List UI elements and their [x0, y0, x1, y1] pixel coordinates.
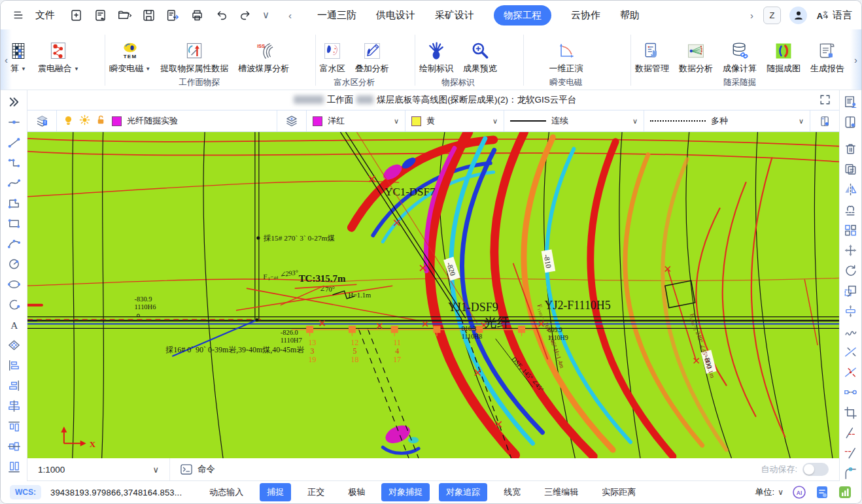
hatch-tool-icon[interactable]: [5, 337, 23, 353]
spline-tool-icon[interactable]: [5, 175, 23, 191]
distribute-top-icon[interactable]: [5, 418, 23, 434]
align-left-icon[interactable]: [5, 357, 23, 373]
circle-tool-icon[interactable]: [5, 256, 23, 272]
tab-yitongsanfang[interactable]: 一通三防: [317, 9, 356, 22]
stamp-icon[interactable]: [842, 201, 860, 218]
ribbon-item-data-manage[interactable]: 数据管理: [635, 37, 669, 75]
open-folder-icon[interactable]: [116, 7, 133, 24]
toggle-snap[interactable]: 捕捉: [260, 483, 291, 501]
layer-stack-button[interactable]: [277, 110, 307, 131]
fullscreen-icon[interactable]: [819, 93, 831, 108]
ribbon-item-result-preview[interactable]: 成果预览: [463, 37, 497, 75]
extend-icon[interactable]: [842, 445, 860, 461]
ribbon-item-compute[interactable]: 算▼: [9, 37, 28, 75]
notes-doc-icon[interactable]: [814, 485, 829, 500]
stroke-color-dropdown[interactable]: 洋红 ∨: [307, 110, 405, 131]
rotate-icon[interactable]: [842, 262, 860, 278]
ribbon-item-imaging-compute[interactable]: 成像计算: [723, 37, 757, 75]
ribbon-item-water-zone[interactable]: 富水区: [320, 37, 345, 75]
trim-icon[interactable]: [842, 424, 860, 441]
toggle-object-track[interactable]: 对象追踪: [439, 483, 487, 501]
fillet-icon[interactable]: [842, 465, 860, 481]
arc-tool-icon[interactable]: [5, 235, 23, 252]
tabs-scroll-left-icon[interactable]: ‹: [287, 10, 293, 21]
contour-map[interactable]: 13 3 19 12 5 18 11 4 17 -820: [27, 132, 839, 458]
current-layer-field[interactable]: 光纤随掘实验: [57, 110, 277, 131]
tab-yunxiezuo[interactable]: 云协作: [571, 9, 600, 22]
tab-gongdian[interactable]: 供电设计: [376, 9, 415, 22]
panel-settings-icon[interactable]: [842, 114, 860, 130]
export-icon[interactable]: [164, 7, 181, 24]
node-edit-icon[interactable]: [842, 384, 860, 400]
redo-icon[interactable]: [237, 7, 254, 24]
unlock-icon[interactable]: [95, 114, 107, 127]
ai-assistant-icon[interactable]: AI: [791, 485, 806, 500]
columns-icon[interactable]: [5, 458, 23, 475]
sun-icon[interactable]: [79, 114, 90, 127]
toggle-ortho[interactable]: 正交: [300, 483, 332, 501]
scale-icon[interactable]: [842, 282, 860, 299]
autosave-toggle[interactable]: [802, 463, 829, 476]
toolbar-more-icon[interactable]: ∨: [261, 9, 271, 21]
wcs-badge[interactable]: WCS:: [10, 485, 41, 499]
hamburger-menu-icon[interactable]: [10, 7, 27, 24]
ribbon-scroll-right-icon[interactable]: ›: [850, 29, 861, 90]
mirror-icon[interactable]: [842, 181, 860, 197]
stretch-icon[interactable]: [842, 303, 860, 319]
block-group-icon[interactable]: [842, 222, 860, 238]
toggle-object-snap[interactable]: 对象捕捉: [381, 483, 430, 501]
align-right-icon[interactable]: [5, 377, 23, 394]
new-file-icon[interactable]: [67, 7, 84, 24]
distribute-middle-icon[interactable]: [5, 438, 23, 454]
rectangle-tool-icon[interactable]: [5, 215, 23, 231]
break-point-icon[interactable]: [842, 363, 860, 380]
spring-icon[interactable]: [842, 323, 860, 339]
layer-manager-button[interactable]: [27, 110, 57, 131]
polyline-tool-icon[interactable]: [5, 154, 23, 171]
expand-tools-icon[interactable]: [5, 93, 23, 110]
bulb-icon[interactable]: [63, 114, 74, 127]
annotate-doc-icon[interactable]: [842, 93, 860, 110]
ribbon-item-overlay-analysis[interactable]: 叠加分析: [355, 37, 389, 75]
delete-icon[interactable]: [842, 141, 860, 157]
open-curve-tool-icon[interactable]: [5, 296, 23, 312]
toggle-real-distance[interactable]: 实际距离: [595, 483, 643, 501]
polygon-tool-icon[interactable]: [5, 195, 23, 211]
linetype-dropdown[interactable]: 连续 ∨: [504, 110, 644, 131]
layer-color-swatch[interactable]: [112, 116, 122, 126]
toggle-polar[interactable]: 极轴: [341, 483, 372, 501]
tab-help[interactable]: 帮助: [620, 9, 640, 22]
text-tool-icon[interactable]: A: [5, 316, 23, 333]
fill-color-dropdown[interactable]: 黄 ∨: [405, 110, 504, 131]
move-icon[interactable]: [842, 242, 860, 258]
user-avatar[interactable]: [789, 7, 807, 24]
align-center-icon[interactable]: [5, 397, 23, 414]
ribbon-item-tunneling-map[interactable]: 随掘成图: [767, 37, 801, 75]
save-icon[interactable]: [140, 7, 157, 24]
toggle-3d-edit[interactable]: 三维编辑: [537, 483, 585, 501]
ribbon-item-extract-attrs[interactable]: 提取物探属性数据: [160, 37, 228, 75]
scale-dropdown[interactable]: 1:1000 ∨: [27, 458, 170, 480]
map-canvas[interactable]: 13 3 19 12 5 18 11 4 17 -820: [27, 132, 839, 458]
crop-icon[interactable]: [842, 404, 860, 420]
ribbon-item-tem[interactable]: TEM 瞬变电磁▼: [109, 37, 150, 75]
file-menu[interactable]: 文件: [35, 9, 55, 22]
node-tool-icon[interactable]: [5, 114, 23, 130]
ribbon-item-report[interactable]: 生成报告: [810, 37, 844, 75]
undo-icon[interactable]: [213, 7, 230, 24]
stats-chart-icon[interactable]: [837, 485, 852, 500]
linestyle-dropdown[interactable]: 多种 ∨: [644, 110, 810, 131]
break-icon[interactable]: [842, 343, 860, 360]
copy-icon[interactable]: [842, 161, 860, 177]
workspace-badge[interactable]: Z: [763, 7, 781, 24]
line-tool-icon[interactable]: [5, 134, 23, 150]
ellipse-tool-icon[interactable]: [5, 276, 23, 292]
language-switcher[interactable]: A文 语言: [816, 9, 852, 22]
ribbon-item-draw-marks[interactable]: 绘制标识: [419, 37, 453, 75]
ribbon-item-1d-forward[interactable]: 一维正演: [549, 37, 583, 75]
toggle-dynamic-input[interactable]: 动态输入: [202, 483, 250, 501]
panel-settings-button[interactable]: [810, 110, 839, 131]
tab-caikuang[interactable]: 采矿设计: [435, 9, 474, 22]
file-template-icon[interactable]: [92, 7, 109, 24]
print-icon[interactable]: [188, 7, 205, 24]
